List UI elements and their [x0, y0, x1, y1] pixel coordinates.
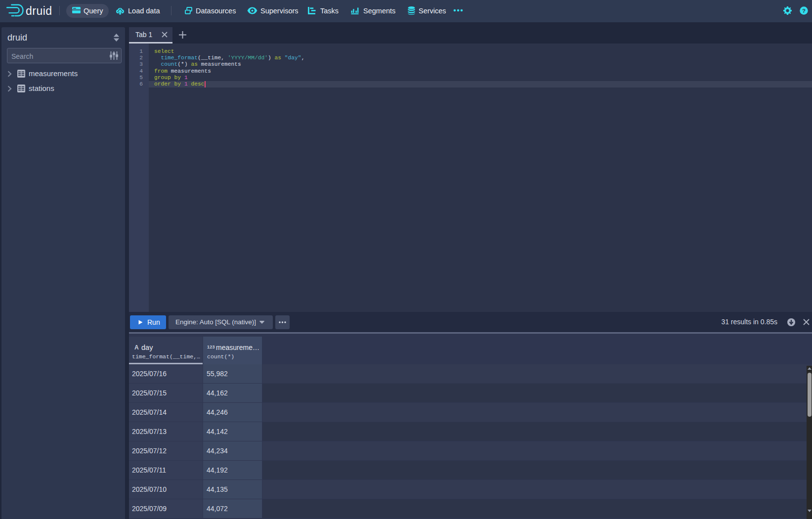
svg-text:?: ? — [802, 8, 806, 14]
